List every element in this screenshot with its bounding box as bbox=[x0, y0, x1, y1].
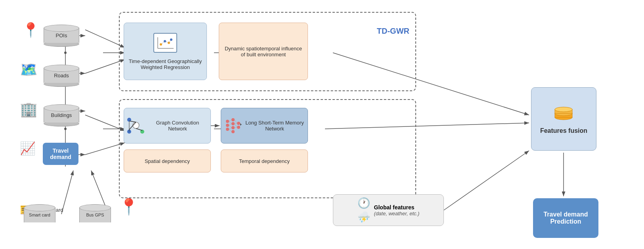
svg-point-21 bbox=[64, 52, 67, 54]
lstm-box: Long Short-Term Memory Network bbox=[221, 108, 308, 144]
graph-icon bbox=[127, 117, 145, 135]
svg-line-10 bbox=[444, 151, 529, 210]
svg-point-38 bbox=[226, 124, 229, 127]
travel-demand-label: Travel demand bbox=[50, 147, 71, 160]
svg-point-62 bbox=[555, 107, 572, 112]
svg-point-41 bbox=[231, 122, 235, 125]
dynamic-box: Dynamic spatiotemporal influence of buil… bbox=[219, 23, 308, 80]
roads-icon: 🗺️ bbox=[20, 61, 38, 78]
smart-card-cylinder: Smart card bbox=[24, 204, 55, 222]
pois-cylinder: POIs bbox=[44, 25, 79, 47]
global-text: Global features (date, weather, etc.) bbox=[374, 204, 420, 216]
temporal-dep-label: Temporal dependency bbox=[239, 158, 290, 164]
svg-line-54 bbox=[235, 124, 237, 127]
tdp-label: Travel demand Prediction bbox=[537, 211, 594, 225]
svg-line-55 bbox=[235, 127, 237, 128]
global-features-label: Global features bbox=[374, 204, 420, 211]
svg-point-45 bbox=[237, 126, 240, 129]
tdgwr-section: TD-GWR Time-dependent Geographically Wei… bbox=[119, 12, 416, 91]
bus-gps-cylinder: Bus GPS bbox=[79, 204, 111, 222]
svg-line-46 bbox=[229, 120, 231, 121]
roads-cylinder: Roads bbox=[44, 65, 79, 87]
tdgwr-label: TD-GWR bbox=[377, 27, 409, 36]
svg-line-35 bbox=[136, 128, 142, 130]
temporal-dep-box: Temporal dependency bbox=[221, 149, 308, 172]
source-travel-demand: 📈 bbox=[20, 141, 36, 156]
svg-point-42 bbox=[231, 126, 235, 129]
global-icons: 🕐 ⛈️ bbox=[357, 197, 370, 223]
svg-line-50 bbox=[229, 128, 231, 129]
svg-point-22 bbox=[64, 128, 67, 130]
clock-icon: 🕐 bbox=[357, 197, 370, 209]
pois-icon: 📍 bbox=[22, 22, 40, 38]
features-fusion-label: Features fusion bbox=[540, 127, 587, 134]
buildings-icon: 🏢 bbox=[20, 101, 38, 118]
tdgwr-process-box: Time-dependent Geographically Weighted R… bbox=[124, 23, 207, 80]
svg-line-49 bbox=[229, 125, 231, 128]
svg-point-44 bbox=[237, 122, 240, 125]
global-features-box: 🕐 ⛈️ Global features (date, weather, etc… bbox=[333, 194, 444, 226]
buildings-cylinder: Buildings bbox=[44, 104, 79, 126]
travel-demand-prediction-box: Travel demand Prediction bbox=[533, 198, 598, 238]
weather-icon: ⛈️ bbox=[357, 211, 370, 223]
spatial-dep-label: Spatial dependency bbox=[145, 158, 190, 164]
svg-line-51 bbox=[229, 129, 231, 132]
source-pois: 📍 bbox=[22, 22, 40, 38]
svg-line-47 bbox=[229, 121, 231, 124]
source-buildings: 🏢 bbox=[20, 101, 38, 118]
lstm-label: Long Short-Term Memory Network bbox=[245, 120, 304, 132]
svg-line-52 bbox=[235, 120, 237, 123]
dynamic-label: Dynamic spatiotemporal influence of buil… bbox=[222, 46, 304, 57]
gps-pin-icon: 📍 bbox=[119, 197, 139, 216]
main-diagram: 📍 POIs 🗺️ Roads 🏢 Buildings 📈 bbox=[0, 0, 644, 249]
svg-line-53 bbox=[235, 123, 237, 124]
gdl-section: GDL Graph Convolution Network bbox=[119, 99, 416, 198]
stack-icon bbox=[553, 103, 575, 123]
nn-icon bbox=[224, 117, 242, 135]
svg-marker-56 bbox=[240, 123, 242, 126]
svg-point-27 bbox=[168, 42, 170, 44]
tdgwr-process-label: Time-dependent Geographically Weighted R… bbox=[127, 58, 203, 70]
svg-line-34 bbox=[129, 121, 136, 122]
svg-line-48 bbox=[229, 124, 231, 125]
gcn-box: Graph Convolution Network bbox=[124, 108, 211, 144]
gcn-label: Graph Convolution Network bbox=[148, 120, 207, 132]
svg-point-40 bbox=[231, 118, 235, 121]
svg-point-29 bbox=[133, 122, 139, 128]
features-fusion-box: Features fusion bbox=[531, 87, 596, 151]
svg-point-37 bbox=[226, 120, 229, 123]
spatial-dep-box: Spatial dependency bbox=[124, 149, 211, 172]
tdgwr-chart-icon bbox=[153, 33, 177, 53]
tdgwr-label-text: TD-GWR bbox=[377, 27, 409, 35]
source-roads: 🗺️ bbox=[20, 61, 38, 78]
svg-point-39 bbox=[226, 128, 229, 131]
svg-point-43 bbox=[231, 130, 235, 133]
travel-demand-box: Travel demand bbox=[43, 143, 78, 165]
travel-demand-icon: 📈 bbox=[20, 141, 36, 156]
global-features-sublabel: (date, weather, etc.) bbox=[374, 211, 420, 216]
